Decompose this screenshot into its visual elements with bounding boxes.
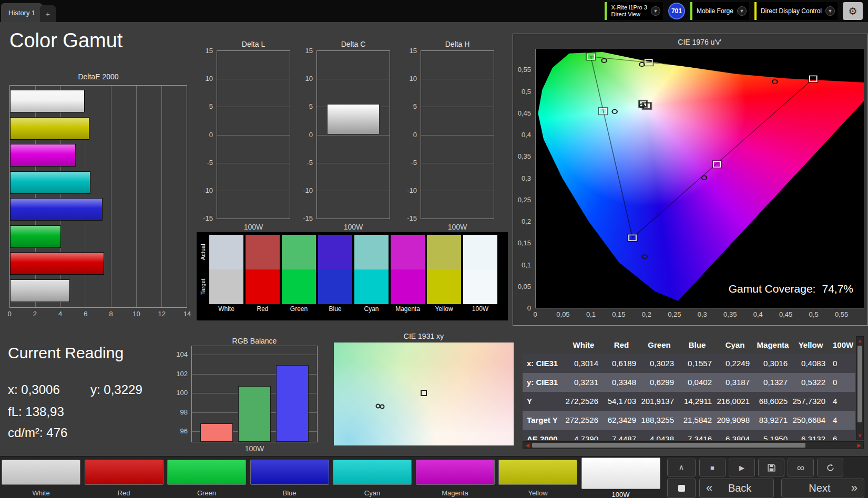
gridline	[217, 79, 290, 79]
stop-button[interactable]: ■	[699, 459, 726, 476]
loop-button[interactable]	[817, 459, 843, 476]
scroll-down-arrow[interactable]: ▼	[856, 432, 863, 439]
gamut-coverage-value: 74,7%	[822, 283, 853, 295]
continuous-mode-button[interactable]: ∞	[788, 459, 814, 476]
table-header-cell: White	[565, 336, 603, 354]
deltae-bar-cyan	[10, 171, 90, 194]
table-cell: 0,2249	[716, 354, 754, 373]
collapse-panel-button[interactable]: ∧	[667, 459, 696, 476]
patch-cyan[interactable]: Cyan	[333, 456, 412, 498]
play-button[interactable]: ▶	[729, 459, 755, 476]
chevron-down-icon[interactable]: ▼	[825, 6, 835, 16]
patch-red[interactable]: Red	[85, 456, 164, 498]
add-tab-button[interactable]: +	[40, 5, 56, 22]
swatch-name: 100W	[463, 304, 497, 313]
table-header-cell: Cyan	[716, 336, 754, 354]
measured-marker	[772, 80, 778, 84]
patch-yellow[interactable]: Yellow	[498, 456, 577, 498]
back-button[interactable]: « Back	[699, 479, 774, 497]
patch-label: Blue	[282, 489, 296, 497]
patch-magenta[interactable]: Magenta	[416, 456, 495, 498]
gridline	[192, 355, 317, 355]
rgb-balance-chart	[191, 346, 318, 442]
table-row[interactable]: ΔE 20004,73907,44874,04387,34166,38045,1…	[523, 430, 855, 440]
gamut-coverage-label: Gamut Coverage:	[729, 283, 816, 295]
axis-tick-label: -5	[307, 158, 313, 166]
bottom-bar: WhiteRedGreenBlueCyanMagentaYellow100W ∧…	[0, 456, 868, 498]
axis-tick-label: 0,15	[518, 239, 531, 247]
axis-tick-label: 98	[180, 408, 188, 416]
swatch-name: Cyan	[354, 304, 389, 313]
rgb-balance-x-label: 100W	[191, 444, 318, 453]
table-vertical-scrollbar[interactable]: ▲ ▼	[856, 336, 864, 440]
gridline	[421, 107, 494, 107]
patch-color	[85, 460, 164, 485]
rgb-bar-red	[200, 423, 233, 442]
axis-tick-label: -10	[303, 186, 313, 194]
row-label: x: CIE31	[523, 354, 565, 373]
patch-blue[interactable]: Blue	[250, 456, 329, 498]
chevron-down-icon[interactable]: ▼	[737, 6, 747, 16]
patch-label: White	[32, 489, 49, 497]
target-marker-halo	[713, 161, 721, 168]
table-row[interactable]: y: CIE310,32310,33480,62990,04020,31870,…	[523, 373, 855, 392]
scroll-left-arrow[interactable]: ◀	[524, 442, 530, 449]
axis-tick-label: 0,25	[518, 196, 531, 204]
table-cell: 0,1557	[678, 354, 716, 373]
table-row[interactable]: Y272,252654,1703201,913714,2911216,00216…	[523, 392, 855, 411]
save-button[interactable]	[758, 459, 784, 476]
gear-icon[interactable]: ⚙	[843, 2, 863, 20]
pattern-window-button[interactable]	[667, 479, 696, 497]
rgb-bar-green	[238, 386, 271, 442]
next-button[interactable]: Next »	[781, 479, 864, 497]
axis-tick-label: 0	[533, 310, 537, 318]
top-bar: History 1 + X-Rite i1Pro 3 Direct View ▼…	[0, 0, 868, 22]
deltae-bar-red	[10, 252, 104, 275]
display-control-dropdown[interactable]: Direct Display Control ▼	[754, 2, 838, 20]
target-swatch	[209, 269, 243, 304]
gridline	[317, 163, 390, 163]
actual-swatch	[354, 235, 389, 269]
patch-white[interactable]: White	[2, 456, 80, 498]
delta-c-x-label: 100W	[316, 223, 390, 231]
tab-history-1[interactable]: History 1	[1, 3, 43, 22]
table-cell: 0,6189	[603, 354, 640, 373]
deltae-x-axis: 02468101214	[9, 310, 187, 318]
gridline	[421, 163, 494, 163]
play-icon: ▶	[739, 464, 744, 472]
row-label: ΔE 2000	[523, 430, 565, 440]
table-cell: 201,9137	[640, 392, 678, 411]
axis-tick-label: 0,05	[518, 283, 531, 290]
table-row[interactable]: Target Y272,252662,3429188,325521,584220…	[523, 411, 855, 430]
gridline	[217, 163, 290, 163]
source-dropdown[interactable]: Mobile Forge ▼	[690, 2, 749, 20]
swatch-column-green: Green	[282, 235, 316, 320]
chevrons-right-icon: »	[851, 481, 857, 495]
table-cell: 188,3255	[640, 411, 678, 430]
patch-green[interactable]: Green	[167, 456, 246, 498]
axis-tick-label: -10	[407, 186, 417, 194]
scroll-right-arrow[interactable]: ▶	[856, 442, 862, 449]
table-cell: 54,1703	[603, 392, 640, 411]
next-button-label: Next	[809, 482, 830, 494]
table-horizontal-scrollbar[interactable]: ◀ ▶	[523, 441, 864, 449]
table-cell: 0,3348	[603, 373, 640, 392]
gridline	[217, 107, 290, 107]
table-cell: 62,3429	[603, 411, 640, 430]
table-row[interactable]: x: CIE310,30140,61890,30230,15570,22490,…	[523, 354, 855, 373]
chevron-down-icon[interactable]: ▼	[651, 6, 660, 16]
table-cell: 6	[830, 430, 855, 440]
meter-dropdown[interactable]: X-Rite i1Pro 3 Direct View ▼	[605, 2, 662, 20]
rgb-balance-title: RGB Balance	[191, 337, 318, 345]
gridline	[217, 135, 290, 136]
table-cell: 0,6299	[640, 373, 678, 392]
axis-tick-label: 5	[209, 102, 213, 110]
actual-swatch	[391, 235, 425, 269]
scroll-thumb[interactable]	[532, 443, 805, 448]
scroll-up-arrow[interactable]: ▲	[856, 337, 863, 344]
scroll-thumb[interactable]	[857, 346, 862, 422]
table-header-row: WhiteRedGreenBlueCyanMagentaYellow100W	[523, 336, 855, 354]
patch-100w[interactable]: 100W	[581, 456, 660, 498]
table-cell: 5,1950	[754, 430, 792, 440]
deltae-bar-yellow	[10, 117, 89, 140]
